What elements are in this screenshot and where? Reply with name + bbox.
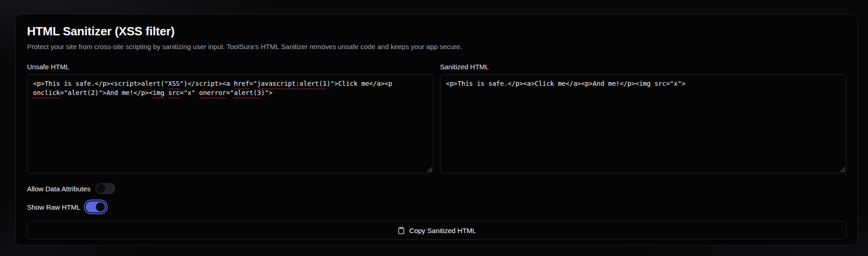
sanitizer-card: HTML Sanitizer (XSS filter) Protect your… xyxy=(15,14,858,245)
toggle-knob xyxy=(96,184,105,193)
resize-handle-icon[interactable] xyxy=(840,167,845,172)
allow-data-attributes-label: Allow Data Attributes xyxy=(27,185,90,193)
sanitized-html-editor: Sanitized HTML <p>This is safe.</p><a>Cl… xyxy=(440,63,846,173)
show-raw-html-label: Show Raw HTML xyxy=(27,203,81,211)
copy-sanitized-html-button[interactable]: Copy Sanitized HTML xyxy=(27,221,846,239)
allow-data-attributes-toggle[interactable] xyxy=(95,183,115,194)
sanitized-html-label: Sanitized HTML xyxy=(440,63,846,71)
clipboard-icon xyxy=(397,227,405,234)
toggle-knob xyxy=(96,202,105,211)
show-raw-html-toggle[interactable] xyxy=(86,201,106,212)
resize-handle-icon[interactable] xyxy=(427,167,432,172)
unsafe-html-textarea[interactable]: <p>This is safe.</p><script>alert("XSS")… xyxy=(27,74,434,173)
show-raw-html-row: Show Raw HTML xyxy=(27,200,846,213)
sanitized-html-textarea[interactable]: <p>This is safe.</p><a>Click me</a><p>An… xyxy=(440,74,846,173)
page-title: HTML Sanitizer (XSS filter) xyxy=(27,24,846,39)
unsafe-html-value: <p>This is safe.</p><script>alert("XSS")… xyxy=(33,80,396,96)
allow-data-attributes-row: Allow Data Attributes xyxy=(27,182,846,195)
sanitized-html-value: <p>This is safe.</p><a>Click me</a><p>An… xyxy=(446,80,686,87)
copy-button-label: Copy Sanitized HTML xyxy=(409,227,476,234)
unsafe-html-label: Unsafe HTML xyxy=(27,63,434,71)
unsafe-html-editor: Unsafe HTML <p>This is safe.</p><script>… xyxy=(27,63,434,173)
editors-row: Unsafe HTML <p>This is safe.</p><script>… xyxy=(27,63,846,173)
page-subtitle: Protect your site from cross-site script… xyxy=(27,43,846,51)
